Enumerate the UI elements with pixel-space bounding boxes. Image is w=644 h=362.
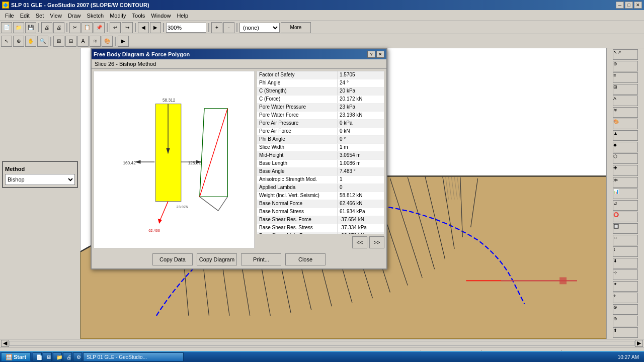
rtool-21[interactable]: ✦ (613, 281, 638, 292)
data-val: 0 ° (338, 136, 348, 143)
menu-edit[interactable]: Edit (17, 12, 33, 20)
menu-window[interactable]: Window (148, 12, 174, 20)
maximize-button[interactable]: □ (625, 2, 633, 9)
cut-btn[interactable]: ✂ (69, 22, 80, 33)
h-scrollbar[interactable]: ◀ ▶ (0, 339, 644, 347)
dialog-close-btn[interactable]: ✕ (376, 51, 384, 58)
rtool-18[interactable]: ↕ (613, 246, 638, 257)
taskbar-item-5[interactable]: ⚙ (73, 352, 82, 361)
close-button[interactable]: ✕ (634, 2, 642, 9)
menu-draw[interactable]: Draw (65, 12, 84, 20)
dialog-help-btn[interactable]: ? (367, 51, 375, 58)
copy-diagram-btn[interactable]: Copy Diagram (197, 253, 237, 265)
taskbar-item-4[interactable]: 🖨 (63, 352, 72, 361)
rtool-23[interactable]: ⊗ (613, 304, 638, 315)
tool-contour[interactable]: ≋ (90, 36, 101, 47)
undo-btn[interactable]: ↩ (110, 22, 121, 33)
data-val: 23 kPa (338, 104, 357, 111)
rtool-11[interactable]: ✚ (613, 165, 638, 175)
tool-run[interactable]: ▶ (118, 36, 129, 47)
menu-view[interactable]: View (47, 12, 65, 20)
close-btn-footer[interactable]: Close (285, 253, 326, 265)
taskbar-item-3[interactable]: 📁 (53, 352, 62, 361)
rtool-17[interactable]: ↔ (613, 235, 638, 245)
new-btn[interactable]: 📄 (1, 22, 12, 33)
rtool-19[interactable]: ⬇ (613, 258, 638, 268)
data-val: 1.0086 m (338, 160, 363, 167)
data-key: Base Shear Mob. Force (257, 232, 338, 234)
none-dropdown[interactable]: (none) (239, 23, 280, 33)
scrollbar-track[interactable] (9, 341, 635, 346)
rtool-8[interactable]: ▲ (613, 130, 638, 141)
rtool-14[interactable]: ⊿ (613, 200, 638, 211)
rtool-6[interactable]: ≋ (613, 107, 638, 118)
tool-snap[interactable]: ⊟ (65, 36, 76, 47)
nav-fwd-btn[interactable]: ▶ (150, 22, 161, 33)
rtool-15[interactable]: ⭕ (613, 212, 638, 222)
right-tool-panel: ↖↗ ⊕ ≡ ⊞ A ≋ 🎨 ▲ ◆ ⬡ ✚ ≫ 📊 ⊿ ⭕ 🔲 ↔ ↕ ⬇ ⊹… (606, 48, 644, 339)
data-val: 3.0954 m (338, 152, 363, 159)
menu-set[interactable]: Set (33, 12, 47, 20)
open-btn[interactable]: 📁 (13, 22, 24, 33)
rtool-3[interactable]: ≡ (613, 72, 638, 83)
paste-btn[interactable]: 📌 (94, 22, 105, 33)
rtool-24[interactable]: ⊕ (613, 316, 638, 326)
tool-grid[interactable]: ⊞ (53, 36, 64, 47)
start-label: Start (14, 354, 26, 360)
rtool-1[interactable]: ↖↗ (613, 49, 638, 60)
rtool-13[interactable]: 📊 (613, 189, 638, 199)
taskbar-item-1[interactable]: 📄 (33, 352, 42, 361)
zoom-out-btn[interactable]: - (223, 22, 234, 33)
menu-help[interactable]: Help (174, 12, 191, 20)
scroll-left-btn[interactable]: ◀ (1, 340, 9, 347)
rtool-10[interactable]: ⬡ (613, 153, 638, 164)
tool-label[interactable]: A (77, 36, 89, 47)
data-row: Pore Water Force23.198 kN (257, 112, 384, 120)
redo-btn[interactable]: ↪ (122, 22, 133, 33)
tool-move[interactable]: ✋ (25, 36, 36, 47)
print-btn-footer[interactable]: Print... (241, 253, 281, 265)
rtool-12[interactable]: ≫ (613, 177, 638, 188)
start-button[interactable]: 🪟 Start (1, 352, 31, 361)
zoom-input[interactable] (166, 23, 206, 33)
method-select[interactable]: BishopGLEMorgenstern-Price (5, 174, 75, 185)
menu-sketch[interactable]: Sketch (84, 12, 107, 20)
rtool-5[interactable]: A (613, 96, 638, 106)
copy-data-btn[interactable]: Copy Data (152, 253, 193, 265)
print-btn[interactable]: 🖨 (41, 22, 52, 33)
save-btn[interactable]: 💾 (25, 22, 36, 33)
menu-file[interactable]: File (2, 12, 17, 20)
more-btn[interactable]: More (281, 22, 311, 33)
prev-slice-btn[interactable]: << (352, 236, 367, 248)
rtool-20[interactable]: ⊹ (613, 269, 638, 280)
data-key: Base Normal Force (257, 200, 338, 208)
menu-modify[interactable]: Modify (107, 12, 129, 20)
nav-back-btn[interactable]: ◀ (138, 22, 149, 33)
copy-btn[interactable]: 📋 (82, 22, 93, 33)
next-slice-btn[interactable]: >> (369, 236, 384, 248)
rtool-16[interactable]: 🔲 (613, 223, 638, 234)
zoom-in-btn[interactable]: + (211, 22, 222, 33)
data-key: Phi B Angle (257, 136, 338, 143)
data-row: C (Strength)20 kPa (257, 87, 384, 96)
data-key: Weight (Incl. Vert. Seismic) (257, 192, 338, 200)
print2-btn[interactable]: 🖨 (53, 22, 64, 33)
rtool-22[interactable]: ⌖ (613, 293, 638, 303)
rtool-25[interactable]: ⬆ (613, 327, 638, 338)
minimize-button[interactable]: ─ (616, 2, 624, 9)
scroll-right-btn[interactable]: ▶ (635, 340, 643, 347)
data-val: 62.466 kN (338, 200, 365, 208)
tool-color[interactable]: 🎨 (102, 36, 113, 47)
tool-select[interactable]: ↖ (1, 36, 12, 47)
title-bar: 🔷 SLP 01 GLE - GeoStudio 2007 (SLOPE/W C… (0, 0, 644, 10)
rtool-2[interactable]: ⊕ (613, 61, 638, 71)
rtool-4[interactable]: ⊞ (613, 84, 638, 95)
data-key: Pore Water Pressure (257, 104, 338, 111)
rtool-9[interactable]: ◆ (613, 142, 638, 152)
tool-zoom[interactable]: 🔍 (37, 36, 48, 47)
taskbar-app-active[interactable]: SLP 01 GLE - GeoStudio... (83, 352, 184, 361)
tool-pointer[interactable]: ⊕ (13, 36, 24, 47)
menu-tools[interactable]: Tools (129, 12, 148, 20)
rtool-7[interactable]: 🎨 (613, 119, 638, 129)
taskbar-item-2[interactable]: 🖥 (43, 352, 52, 361)
